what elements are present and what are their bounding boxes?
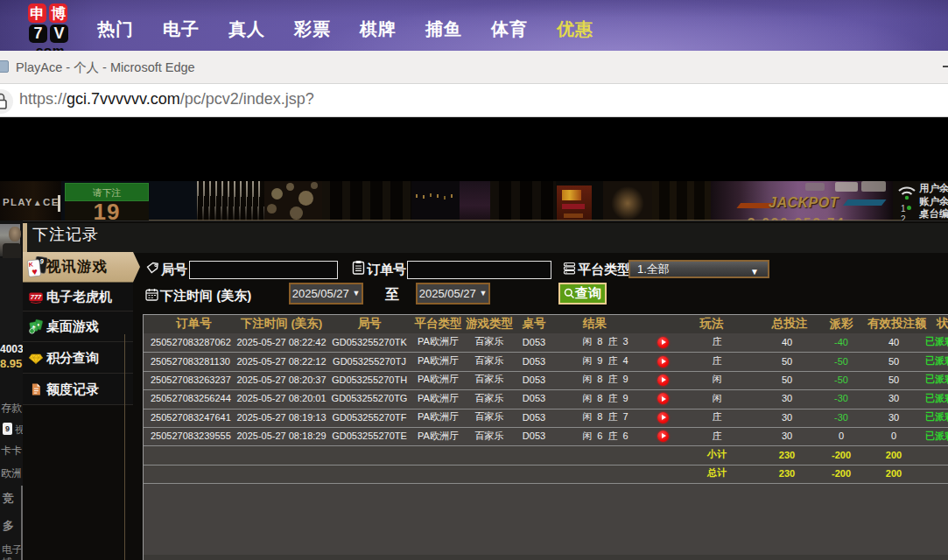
svg-text:♥: ♥ (32, 266, 39, 277)
svg-text:777: 777 (31, 293, 42, 301)
